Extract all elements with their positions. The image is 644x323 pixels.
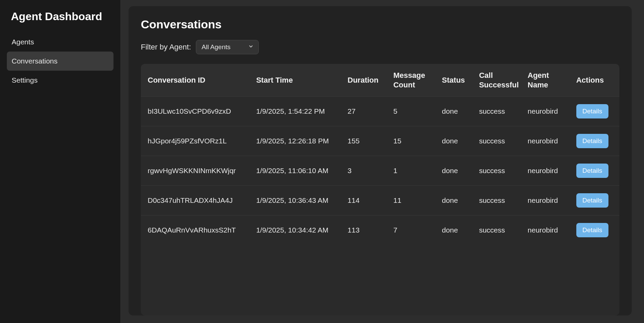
cell-message-count: 1 xyxy=(388,156,437,186)
sidebar-item-label: Settings xyxy=(12,76,38,84)
table-row: bI3ULwc10SvCPD6v9zxD1/9/2025, 1:54:22 PM… xyxy=(141,97,619,126)
cell-conversation-id: bI3ULwc10SvCPD6v9zxD xyxy=(141,97,251,126)
cell-start-time: 1/9/2025, 10:36:43 AM xyxy=(251,186,342,215)
cell-start-time: 1/9/2025, 11:06:10 AM xyxy=(251,156,342,186)
sidebar-item-conversations[interactable]: Conversations xyxy=(7,52,113,71)
table-row: D0c347uhTRLADX4hJA4J1/9/2025, 10:36:43 A… xyxy=(141,186,619,215)
conversations-table: Conversation ID Start Time Duration Mess… xyxy=(141,64,619,245)
cell-call-successful: success xyxy=(473,186,522,215)
cell-agent-name: neurobird xyxy=(522,215,571,245)
cell-duration: 27 xyxy=(342,97,388,126)
details-button[interactable]: Details xyxy=(576,104,608,118)
sidebar-item-label: Conversations xyxy=(12,57,57,65)
cell-status: done xyxy=(437,215,474,245)
cell-call-successful: success xyxy=(473,126,522,156)
cell-status: done xyxy=(437,126,474,156)
cell-start-time: 1/9/2025, 1:54:22 PM xyxy=(251,97,342,126)
col-agent-name: Agent Name xyxy=(522,64,571,97)
cell-call-successful: success xyxy=(473,97,522,126)
cell-actions: Details xyxy=(571,186,619,215)
cell-call-successful: success xyxy=(473,215,522,245)
cell-actions: Details xyxy=(571,126,619,156)
cell-conversation-id: rgwvHgWSKKNINmKKWjqr xyxy=(141,156,251,186)
table-row: rgwvHgWSKKNINmKKWjqr1/9/2025, 11:06:10 A… xyxy=(141,156,619,186)
sidebar-nav: Agents Conversations Settings xyxy=(7,32,113,90)
col-message-count: Message Count xyxy=(388,64,437,97)
filter-label: Filter by Agent: xyxy=(141,43,191,52)
cell-conversation-id: D0c347uhTRLADX4hJA4J xyxy=(141,186,251,215)
details-button[interactable]: Details xyxy=(576,164,608,178)
conversations-table-container: Conversation ID Start Time Duration Mess… xyxy=(141,64,619,315)
details-button[interactable]: Details xyxy=(576,223,608,237)
content-panel: Conversations Filter by Agent: All Agent… xyxy=(129,6,632,315)
table-row: hJGpor4j59PZsfVORz1L1/9/2025, 12:26:18 P… xyxy=(141,126,619,156)
sidebar-item-label: Agents xyxy=(12,38,34,46)
cell-call-successful: success xyxy=(473,156,522,186)
cell-duration: 155 xyxy=(342,126,388,156)
cell-agent-name: neurobird xyxy=(522,186,571,215)
cell-message-count: 7 xyxy=(388,215,437,245)
details-button[interactable]: Details xyxy=(576,193,608,208)
cell-status: done xyxy=(437,186,474,215)
sidebar: Agent Dashboard Agents Conversations Set… xyxy=(0,0,120,323)
cell-status: done xyxy=(437,156,474,186)
cell-duration: 113 xyxy=(342,215,388,245)
col-start-time: Start Time xyxy=(251,64,342,97)
cell-conversation-id: 6DAQAuRnVvARhuxsS2hT xyxy=(141,215,251,245)
filter-row: Filter by Agent: All Agents xyxy=(141,40,619,54)
agent-filter-select[interactable]: All Agents xyxy=(196,40,259,54)
chevron-down-icon xyxy=(248,43,254,51)
sidebar-item-settings[interactable]: Settings xyxy=(7,71,113,90)
cell-duration: 114 xyxy=(342,186,388,215)
cell-agent-name: neurobird xyxy=(522,97,571,126)
col-conversation-id: Conversation ID xyxy=(141,64,251,97)
table-row: 6DAQAuRnVvARhuxsS2hT1/9/2025, 10:34:42 A… xyxy=(141,215,619,245)
table-header-row: Conversation ID Start Time Duration Mess… xyxy=(141,64,619,97)
cell-message-count: 11 xyxy=(388,186,437,215)
cell-agent-name: neurobird xyxy=(522,126,571,156)
cell-actions: Details xyxy=(571,215,619,245)
select-value: All Agents xyxy=(202,43,231,51)
cell-actions: Details xyxy=(571,156,619,186)
col-call-successful: Call Successful xyxy=(473,64,522,97)
cell-conversation-id: hJGpor4j59PZsfVORz1L xyxy=(141,126,251,156)
cell-status: done xyxy=(437,97,474,126)
col-duration: Duration xyxy=(342,64,388,97)
cell-duration: 3 xyxy=(342,156,388,186)
main-area: Conversations Filter by Agent: All Agent… xyxy=(120,0,644,323)
col-status: Status xyxy=(437,64,474,97)
app-title: Agent Dashboard xyxy=(7,10,113,23)
cell-message-count: 5 xyxy=(388,97,437,126)
details-button[interactable]: Details xyxy=(576,134,608,148)
sidebar-item-agents[interactable]: Agents xyxy=(7,32,113,52)
cell-agent-name: neurobird xyxy=(522,156,571,186)
cell-actions: Details xyxy=(571,97,619,126)
cell-start-time: 1/9/2025, 10:34:42 AM xyxy=(251,215,342,245)
page-title: Conversations xyxy=(141,18,619,31)
cell-start-time: 1/9/2025, 12:26:18 PM xyxy=(251,126,342,156)
col-actions: Actions xyxy=(571,64,619,97)
cell-message-count: 15 xyxy=(388,126,437,156)
